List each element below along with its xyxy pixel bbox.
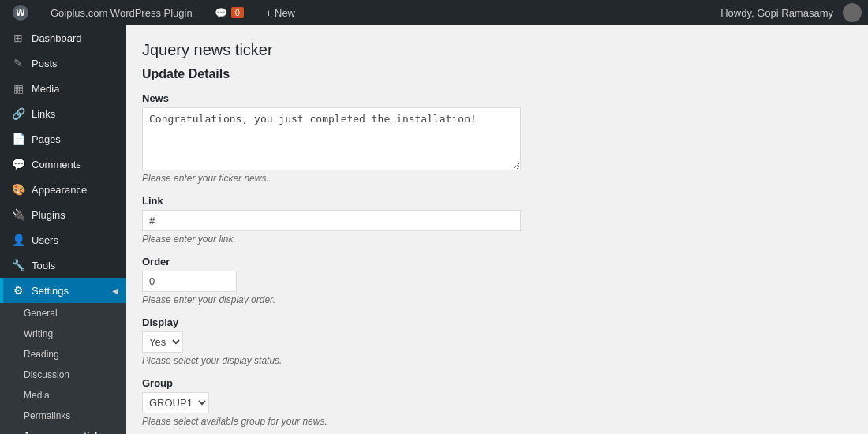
settings-icon: ⚙ [11,284,25,297]
settings-submenu: General Writing Reading Discussion Media… [0,303,126,434]
submenu-permalinks[interactable]: Permalinks [0,406,126,426]
submenu-reading[interactable]: Reading [0,344,126,365]
submenu-media-settings[interactable]: Media [0,385,126,406]
links-icon: 🔗 [11,107,25,120]
new-label: + New [266,7,295,19]
submenu-jquery-news-ticker[interactable]: Jquery news ticker [0,426,126,434]
main-content: Jquery news ticker Update Details News P… [126,25,868,434]
sidebar-label-settings: Settings [32,285,69,297]
plugins-icon: 🔌 [11,208,25,221]
sidebar-label-links: Links [32,108,55,120]
media-icon: ▦ [11,82,25,95]
page-title: Jquery news ticker [142,41,852,59]
sidebar-item-plugins[interactable]: 🔌 Plugins [0,202,126,227]
group-label: Group [142,377,852,389]
dashboard-icon: ⊞ [11,32,25,44]
link-label: Link [142,195,852,207]
submenu-general[interactable]: General [0,303,126,324]
comments-count: 0 [231,7,244,18]
user-avatar [843,3,862,22]
sidebar-item-posts[interactable]: ✎ Posts [0,51,126,76]
display-label: Display [142,316,852,328]
display-hint: Please select your display status. [142,355,852,366]
sidebar-item-users[interactable]: 👤 Users [0,227,126,253]
sidebar-item-dashboard[interactable]: ⊞ Dashboard [0,25,126,51]
section-title: Update Details [142,67,852,81]
group-select[interactable]: GROUP1 GROUP2 [142,392,209,413]
submenu-writing[interactable]: Writing [0,324,126,344]
wp-logo: W [13,5,28,21]
news-label: News [142,92,852,104]
users-icon: 👤 [11,234,25,246]
order-field: Order Please enter your display order. [142,256,852,305]
sidebar-item-pages[interactable]: 📄 Pages [0,126,126,152]
sidebar-item-appearance[interactable]: 🎨 Appearance [0,177,126,202]
site-name: Goiplus.com WordPress Plugin [51,7,193,19]
wp-logo-item[interactable]: W [6,0,35,25]
sidebar-item-tools[interactable]: 🔧 Tools [0,253,126,278]
sidebar-item-links[interactable]: 🔗 Links [0,101,126,126]
group-field: Group GROUP1 GROUP2 Please select availa… [142,377,852,427]
submenu-discussion[interactable]: Discussion [0,365,126,385]
sidebar-item-comments[interactable]: 💬 Comments [0,152,126,177]
pages-icon: 📄 [11,133,25,145]
order-hint: Please enter your display order. [142,294,852,305]
admin-sidebar: ⊞ Dashboard ✎ Posts ▦ Media 🔗 Links 📄 Pa… [0,25,126,434]
sidebar-label-tools: Tools [32,260,55,271]
site-name-item[interactable]: Goiplus.com WordPress Plugin [44,0,199,25]
sidebar-label-plugins: Plugins [32,209,65,221]
comments-item[interactable]: 💬 0 [208,0,250,25]
sidebar-label-dashboard: Dashboard [32,32,82,44]
sidebar-label-appearance: Appearance [32,184,87,196]
howdy-text: Howdy, Gopi Ramasamy [720,7,833,19]
display-field: Display Yes No Please select your displa… [142,316,852,366]
sidebar-label-posts: Posts [32,58,58,69]
sidebar-label-pages: Pages [32,133,61,145]
sidebar-item-media[interactable]: ▦ Media [0,76,126,101]
news-hint: Please enter your ticker news. [142,173,852,184]
posts-icon: ✎ [11,57,25,69]
tools-icon: 🔧 [11,259,25,271]
link-input[interactable] [142,210,521,231]
comments-icon: 💬 [11,158,25,170]
news-textarea[interactable] [142,107,521,170]
new-item[interactable]: + New [260,0,301,25]
news-field: News Please enter your ticker news. [142,92,852,184]
comment-icon: 💬 [215,7,227,19]
sidebar-label-comments: Comments [32,159,81,170]
display-select[interactable]: Yes No [142,331,183,353]
admin-bar: W Goiplus.com WordPress Plugin 💬 0 + New… [0,0,868,25]
link-field: Link Please enter your link. [142,195,852,245]
settings-arrow: ◀ [112,286,118,295]
sidebar-label-media: Media [32,83,59,95]
order-label: Order [142,256,852,268]
sidebar-label-users: Users [32,234,58,246]
group-hint: Please select available group for your n… [142,416,852,427]
order-input[interactable] [142,271,237,292]
appearance-icon: 🎨 [11,183,25,196]
link-hint: Please enter your link. [142,234,852,245]
sidebar-item-settings[interactable]: ⚙ Settings ◀ [0,278,126,303]
